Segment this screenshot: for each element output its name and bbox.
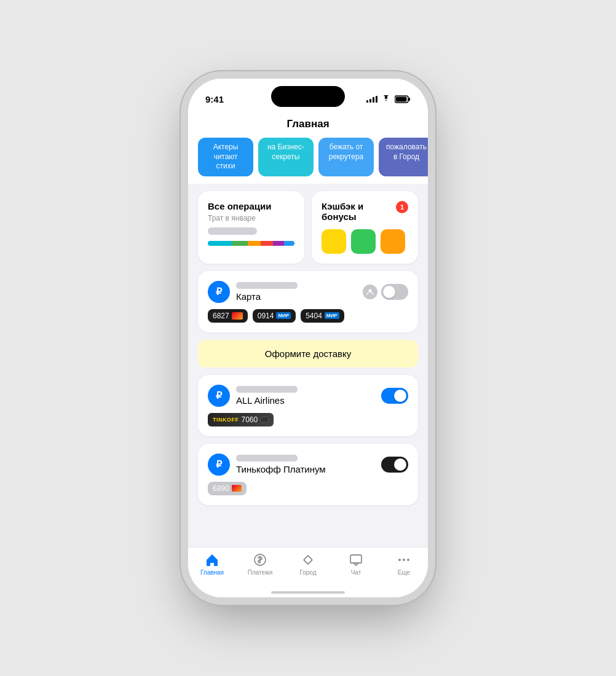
mini-card-2[interactable]: 5404 МИР [301,309,344,323]
delivery-banner[interactable]: Оформите доставку [198,340,418,367]
card-account-name-blur [236,282,298,289]
mir-badge-2: МИР [325,312,339,319]
all-operations-card[interactable]: Все операции Трат в январе [198,191,304,264]
cashback-card[interactable]: Кэшбэк и бонусы 1 [312,191,418,264]
bottom-nav: Главная Платежи Город Чат [188,547,428,597]
cashback-circle-1 [351,229,376,254]
cashback-circle-2 [381,229,405,254]
city-icon [301,552,315,567]
svg-point-8 [407,559,409,561]
nav-chat-label: Чат [351,569,361,576]
card-chip-icon [260,417,269,423]
nav-chat[interactable]: Чат [332,552,380,576]
payments-icon [253,552,267,567]
platinum-mastercard-icon [232,485,242,492]
cashback-circles [322,229,408,254]
airlines-card: TINKOFF 7060 [208,413,274,426]
chips-row[interactable]: Актеры читают стихи на Бизнес-секреты бе… [188,135,428,184]
mini-card-0[interactable]: 6827 [208,309,248,323]
platinum-toggle-knob [394,458,406,471]
nav-home[interactable]: Главная [188,552,236,576]
chip-2[interactable]: бежать от рекрутера [318,138,374,176]
platinum-account-label: Тинькофф Платинум [236,464,375,474]
cashback-circle-0 [322,229,346,254]
cashback-title: Кэшбэк и бонусы [322,201,396,222]
svg-rect-1 [409,98,411,101]
page-header: Главная [188,111,428,135]
status-time: 9:41 [205,94,224,104]
chip-0[interactable]: Актеры читают стихи [198,138,253,176]
airlines-account-section[interactable]: ₽ ALL Airlines TINKOFF 7060 [198,375,418,436]
amount-blur [208,227,257,235]
dynamic-island [271,86,345,107]
nav-city[interactable]: Город [284,552,332,576]
airlines-card-num: 7060 [242,415,258,424]
card-account-label: Карта [236,291,357,302]
status-icons [366,95,411,103]
card-account-header: ₽ Карта [208,281,408,303]
airlines-account-icon: ₽ [208,385,230,407]
svg-point-7 [403,559,405,561]
chip-3[interactable]: пожаловать в Город [379,138,428,176]
nav-more-label: Еще [398,569,410,576]
airlines-toggle-knob [394,390,406,402]
battery-icon [395,95,411,103]
airlines-toggle-area[interactable] [381,388,408,404]
all-operations-title: Все операции [208,201,294,211]
airlines-account-info: ALL Airlines [236,386,375,406]
nav-more[interactable]: Еще [380,552,428,576]
platinum-account-info: Тинькофф Платинум [236,455,375,474]
more-icon [397,552,411,567]
svg-point-6 [398,559,401,561]
all-operations-subtitle: Трат в январе [208,214,294,222]
mir-badge-1: МИР [276,312,291,319]
card-toggle[interactable] [381,284,408,300]
phone-content[interactable]: Главная Актеры читают стихи на Бизнес-се… [188,111,428,597]
nav-payments[interactable]: Платежи [236,552,284,576]
home-indicator [271,591,345,594]
mastercard-icon [232,312,243,320]
content-area: Все операции Трат в январе К [188,184,428,575]
airlines-account-name-blur [236,386,298,393]
page-title: Главная [286,118,329,130]
card-toggle-knob [383,286,395,298]
phone-frame: 9:41 Главная [188,79,428,597]
airlines-account-header: ₽ ALL Airlines [208,385,408,407]
platinum-toggle-area[interactable] [381,457,408,473]
nav-home-label: Главная [200,569,224,576]
svg-rect-5 [350,555,361,563]
two-col-section: Все операции Трат в январе К [198,191,418,264]
airlines-account-label: ALL Airlines [236,395,375,406]
airlines-toggle[interactable] [381,388,408,404]
nav-payments-label: Платежи [248,569,273,576]
cashback-header: Кэшбэк и бонусы 1 [322,201,408,222]
platinum-account-section[interactable]: ₽ Тинькофф Платинум 6890 [198,444,418,505]
mini-cards-row: 6827 0914 МИР 5404 МИР [208,309,408,323]
chat-icon [349,552,363,567]
card-person-icon [363,285,377,299]
card-account-section[interactable]: ₽ Карта [198,271,418,332]
progress-bar [208,241,294,246]
platinum-account-icon: ₽ [208,454,230,476]
card-toggle-area[interactable] [363,284,408,300]
tinkoff-label: TINKOFF [213,417,239,423]
cashback-badge: 1 [396,201,408,213]
home-icon [205,552,219,567]
signal-icon [366,96,377,103]
chip-1[interactable]: на Бизнес-секреты [258,138,314,176]
card-account-icon: ₽ [208,281,230,303]
svg-rect-2 [396,96,407,101]
wifi-icon [381,95,391,103]
platinum-card-num: 6890 [213,484,229,493]
platinum-account-name-blur [236,455,298,462]
platinum-account-header: ₽ Тинькофф Платинум [208,454,408,476]
card-account-info: Карта [236,282,357,302]
platinum-card: 6890 [208,482,247,495]
platinum-toggle[interactable] [381,457,408,473]
mini-card-1[interactable]: 0914 МИР [253,309,296,323]
nav-city-label: Город [299,569,316,576]
